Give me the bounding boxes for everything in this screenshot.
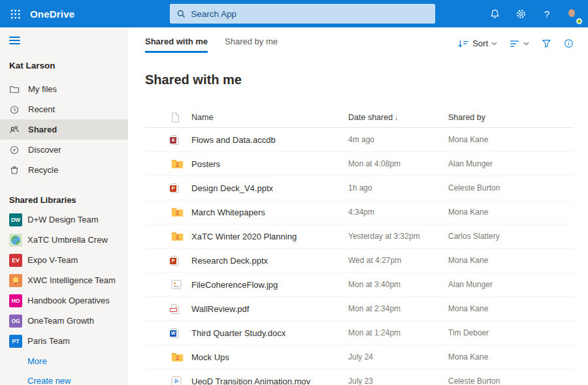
sidebar-item-my-files[interactable]: My files	[0, 79, 128, 99]
settings-button[interactable]	[508, 0, 534, 27]
shared-folder-icon	[145, 159, 191, 169]
table-row[interactable]: PDesign Deck_V4.pptx1h agoCeleste Burton	[145, 176, 574, 200]
view-options-button[interactable]	[506, 37, 533, 50]
clock-icon	[9, 104, 20, 115]
page-title: Shared with me	[145, 72, 588, 87]
table-header-row: Name Date shared↓ Shared by	[145, 108, 574, 128]
file-name[interactable]: FileCoherenceFlow.jpg	[191, 280, 348, 290]
table-row[interactable]: FileCoherenceFlow.jpgMon at 3:40pmAlan M…	[145, 273, 574, 297]
date-shared: Mon at 4:08pm	[348, 159, 448, 168]
file-name[interactable]: UeoD Transition Animation.mov	[191, 377, 348, 385]
file-name[interactable]: Research Deck.pptx	[191, 256, 348, 266]
details-pane-button[interactable]	[560, 36, 578, 51]
sort-button[interactable]: Sort	[453, 36, 501, 51]
info-icon	[564, 38, 574, 48]
file-name[interactable]: Design Deck_V4.pptx	[191, 183, 348, 193]
sidebar: Kat Larson My filesRecentSharedDiscoverR…	[0, 27, 128, 385]
file-name[interactable]: WallReview.pdf	[191, 304, 348, 314]
shared-by: Carlos Slattery	[448, 232, 574, 241]
files-table: Name Date shared↓ Shared by AFlows and D…	[145, 108, 574, 385]
shared-by: Celeste Burton	[448, 377, 574, 385]
table-row[interactable]: Mock UpsJuly 24Mona Kane	[145, 345, 574, 369]
date-shared: Mon at 1:24pm	[348, 328, 448, 337]
library-item-handbook-operatives[interactable]: HOHandbook Operatives	[0, 290, 128, 311]
date-shared: Yesterday at 3:32pm	[348, 232, 448, 241]
hamburger-icon	[9, 37, 20, 38]
file-name[interactable]: XaTC Winter 2020 Planning	[191, 232, 348, 241]
date-shared: July 23	[348, 377, 448, 385]
library-item-paris-team[interactable]: PTParis Team	[0, 331, 128, 351]
search-box[interactable]	[170, 4, 435, 23]
shared-by: Mona Kane	[448, 135, 574, 144]
tab-shared-by-me[interactable]: Shared by me	[225, 37, 278, 53]
bell-icon	[489, 8, 500, 20]
column-header-date-shared[interactable]: Date shared↓	[348, 113, 448, 122]
shared-by: Mona Kane	[448, 256, 574, 265]
sidebar-item-label: Recycle	[28, 165, 58, 175]
column-header-name[interactable]: Name	[191, 113, 348, 122]
sort-icon	[457, 39, 469, 48]
table-row[interactable]: WThird Quarter Study.docxMon at 1:24pmTi…	[145, 321, 574, 345]
chevron-down-icon	[523, 42, 529, 46]
lightbulb-icon	[9, 274, 22, 287]
primary-nav: My filesRecentSharedDiscoverRecycle	[0, 79, 128, 180]
library-item-expo-v-team[interactable]: EVExpo V-Team	[0, 250, 128, 270]
waffle-icon	[10, 9, 20, 19]
date-shared: Wed at 4:27pm	[348, 256, 448, 265]
table-row[interactable]: XaTC Winter 2020 PlanningYesterday at 3:…	[145, 224, 574, 249]
account-avatar[interactable]	[563, 5, 581, 23]
shared-by: Mona Kane	[448, 352, 574, 362]
date-shared: July 24	[348, 352, 448, 362]
sidebar-item-recycle[interactable]: Recycle	[0, 160, 128, 180]
list-controls: Sort	[453, 36, 578, 51]
more-link[interactable]: More	[0, 351, 128, 371]
table-row[interactable]: WallReview.pdfMon at 2:34pmMona Kane	[145, 297, 574, 321]
tab-shared-with-me[interactable]: Shared with me	[145, 37, 208, 53]
top-app-bar: OneDrive ?	[0, 0, 588, 27]
file-name[interactable]: Flows and Data.accdb	[191, 135, 348, 145]
sidebar-item-recent[interactable]: Recent	[0, 99, 128, 119]
file-name[interactable]: Mock Ups	[191, 352, 348, 362]
library-item-label: Expo V-Team	[27, 255, 78, 265]
table-row[interactable]: AFlows and Data.accdb4m agoMona Kane	[145, 128, 574, 152]
sort-label: Sort	[472, 38, 488, 48]
date-shared: Mon at 2:34pm	[348, 304, 448, 313]
library-item-xatc-umbrella-crew[interactable]: XaTC Umbrella Crew	[0, 230, 128, 250]
filter-button[interactable]	[538, 36, 555, 51]
help-icon: ?	[544, 8, 549, 20]
collapse-nav-button[interactable]	[9, 37, 20, 44]
table-row[interactable]: UeoD Transition Animation.movJuly 23Cele…	[145, 369, 574, 385]
library-item-label: XWC Intelligence Team	[27, 275, 116, 285]
filter-funnel-icon	[542, 38, 551, 48]
file-name[interactable]: Posters	[191, 159, 348, 169]
library-item-label: OneTeam Growth	[27, 316, 94, 326]
file-name[interactable]: March Whitepapers	[191, 208, 348, 217]
create-new-link[interactable]: Create new	[0, 371, 128, 385]
table-row[interactable]: March Whitepapers4:34pmMona Kane	[145, 200, 574, 224]
word-file-icon: W	[145, 328, 191, 338]
app-launcher-button[interactable]	[0, 0, 30, 27]
table-row[interactable]: PostersMon at 4:08pmAlan Munger	[145, 152, 574, 176]
shared-libraries-list: DWD+W Design TeamXaTC Umbrella CrewEVExp…	[0, 209, 128, 351]
team-initials-icon: EV	[9, 254, 22, 267]
sidebar-item-discover[interactable]: Discover	[0, 140, 128, 160]
date-shared: Mon at 3:40pm	[348, 280, 448, 289]
library-item-d-w-design-team[interactable]: DWD+W Design Team	[0, 209, 128, 230]
library-item-oneteam-growth[interactable]: OGOneTeam Growth	[0, 311, 128, 331]
shared-by: Celeste Burton	[448, 183, 574, 192]
file-name[interactable]: Third Quarter Study.docx	[191, 328, 348, 338]
library-item-label: XaTC Umbrella Crew	[27, 235, 108, 245]
column-header-shared-by[interactable]: Shared by	[448, 113, 574, 122]
sidebar-item-shared[interactable]: Shared	[0, 119, 128, 140]
notifications-button[interactable]	[482, 0, 508, 27]
powerpoint-file-icon: P	[145, 183, 191, 193]
library-item-xwc-intelligence-team[interactable]: XWC Intelligence Team	[0, 270, 128, 290]
table-row[interactable]: PResearch Deck.pptxWed at 4:27pmMona Kan…	[145, 249, 574, 273]
shared-libraries-header: Shared Libraries	[9, 195, 128, 205]
globe-icon	[9, 234, 22, 247]
video-file-icon	[145, 376, 191, 385]
help-button[interactable]: ?	[534, 0, 560, 27]
gear-icon	[515, 8, 527, 20]
powerpoint-file-icon: P	[145, 256, 191, 266]
search-input[interactable]	[191, 9, 429, 19]
